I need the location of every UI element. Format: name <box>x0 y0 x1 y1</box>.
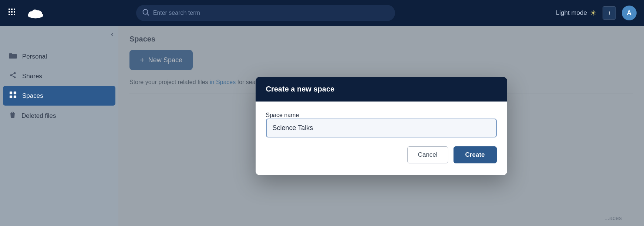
svg-rect-7 <box>11 14 13 15</box>
notification-button[interactable]: ! <box>603 6 616 20</box>
svg-rect-3 <box>9 11 10 13</box>
svg-rect-6 <box>9 14 10 15</box>
app-layout: ‹ Personal <box>0 26 644 226</box>
sun-icon: ☀ <box>590 9 597 17</box>
create-button[interactable]: Create <box>454 146 497 163</box>
sidebar-item-spaces[interactable]: Spaces <box>3 86 115 106</box>
share-icon <box>9 72 17 81</box>
svg-rect-5 <box>14 11 15 13</box>
svg-rect-20 <box>10 92 12 94</box>
modal-footer: Cancel Create <box>266 146 497 163</box>
svg-rect-1 <box>11 9 13 10</box>
navbar-right: Light mode ☀ ! A <box>556 6 637 20</box>
space-name-input[interactable] <box>266 119 497 137</box>
search-icon <box>142 9 149 17</box>
svg-line-18 <box>12 76 14 77</box>
avatar[interactable]: A <box>622 6 637 20</box>
search-bar <box>136 5 395 21</box>
svg-line-14 <box>147 14 149 16</box>
sidebar-item-spaces-label: Spaces <box>22 92 43 100</box>
grid-menu-icon[interactable] <box>7 7 16 19</box>
folder-icon <box>9 52 17 61</box>
modal-header: Create a new space <box>256 77 507 102</box>
light-mode-toggle[interactable]: Light mode ☀ <box>556 9 597 17</box>
modal-overlay: Create a new space Space name Cancel Cre… <box>118 26 644 226</box>
sidebar-item-shares-label: Shares <box>22 73 42 80</box>
svg-point-17 <box>14 76 16 78</box>
sidebar-item-shares[interactable]: Shares <box>0 66 118 86</box>
sidebar-nav: Personal Shares <box>0 47 118 126</box>
sidebar-item-deleted-files-label: Deleted files <box>21 112 56 120</box>
svg-rect-21 <box>14 92 16 94</box>
main-content: Spaces + New Space Store your project re… <box>118 26 644 226</box>
sidebar-item-deleted-files[interactable]: Deleted files <box>0 106 118 126</box>
svg-rect-2 <box>14 9 15 10</box>
modal-title: Create a new space <box>266 85 497 93</box>
svg-point-15 <box>14 72 16 74</box>
svg-point-12 <box>32 9 38 15</box>
modal-body: Space name Cancel Create <box>256 102 507 175</box>
sidebar-item-personal[interactable]: Personal <box>0 47 118 66</box>
navbar: Light mode ☀ ! A <box>0 0 644 26</box>
cancel-button[interactable]: Cancel <box>407 146 448 163</box>
sidebar: ‹ Personal <box>0 26 118 226</box>
spaces-grid-icon <box>9 91 17 100</box>
search-input[interactable] <box>153 10 389 16</box>
sidebar-collapse-button[interactable]: ‹ <box>111 30 113 38</box>
app-logo[interactable] <box>27 6 44 20</box>
svg-rect-8 <box>14 14 15 15</box>
svg-rect-4 <box>11 11 13 13</box>
svg-rect-23 <box>14 96 16 98</box>
sidebar-item-personal-label: Personal <box>22 53 47 60</box>
svg-point-16 <box>10 74 12 76</box>
svg-rect-22 <box>10 96 12 98</box>
trash-icon <box>9 111 16 121</box>
svg-line-19 <box>12 73 14 74</box>
space-name-label: Space name <box>266 112 299 118</box>
svg-rect-0 <box>9 9 10 10</box>
create-space-modal: Create a new space Space name Cancel Cre… <box>256 77 507 175</box>
light-mode-label-text: Light mode <box>556 9 587 17</box>
